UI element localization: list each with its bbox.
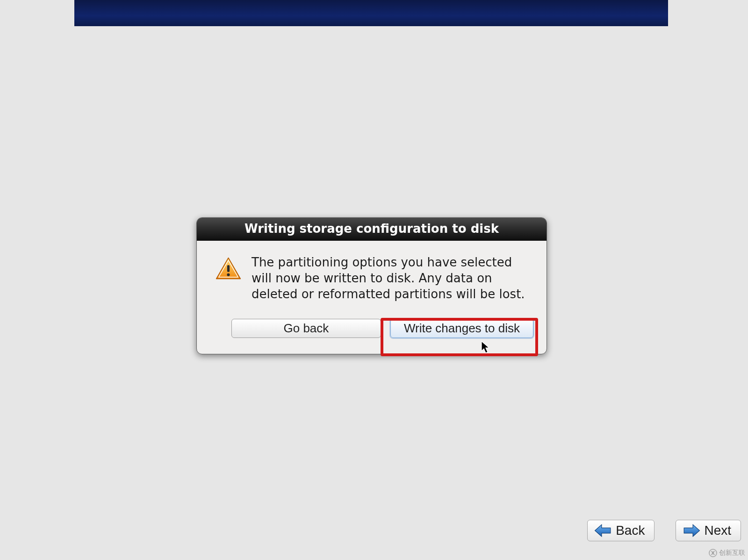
next-button[interactable]: Next — [676, 520, 741, 541]
write-changes-button[interactable]: Write changes to disk — [390, 319, 533, 338]
watermark-badge-icon: X — [709, 549, 717, 557]
confirm-dialog: Writing storage configuration to disk Th… — [196, 217, 547, 354]
svg-rect-0 — [227, 265, 230, 272]
installer-header-banner — [74, 0, 668, 26]
watermark: X 创新互联 — [709, 549, 745, 557]
dialog-message: The partitioning options you have select… — [252, 255, 532, 302]
arrow-right-icon — [683, 524, 700, 538]
go-back-button[interactable]: Go back — [231, 319, 381, 338]
next-button-label: Next — [704, 523, 731, 538]
back-button-label: Back — [616, 523, 645, 538]
arrow-left-icon — [594, 524, 612, 538]
svg-point-1 — [227, 273, 230, 276]
wizard-footer: Back Next — [587, 520, 741, 541]
dialog-body: The partitioning options you have select… — [197, 241, 547, 307]
watermark-text: 创新互联 — [719, 549, 745, 557]
warning-icon — [216, 257, 241, 280]
dialog-title: Writing storage configuration to disk — [197, 218, 547, 241]
back-button[interactable]: Back — [587, 520, 654, 541]
dialog-actions: Go back Write changes to disk — [197, 307, 547, 354]
